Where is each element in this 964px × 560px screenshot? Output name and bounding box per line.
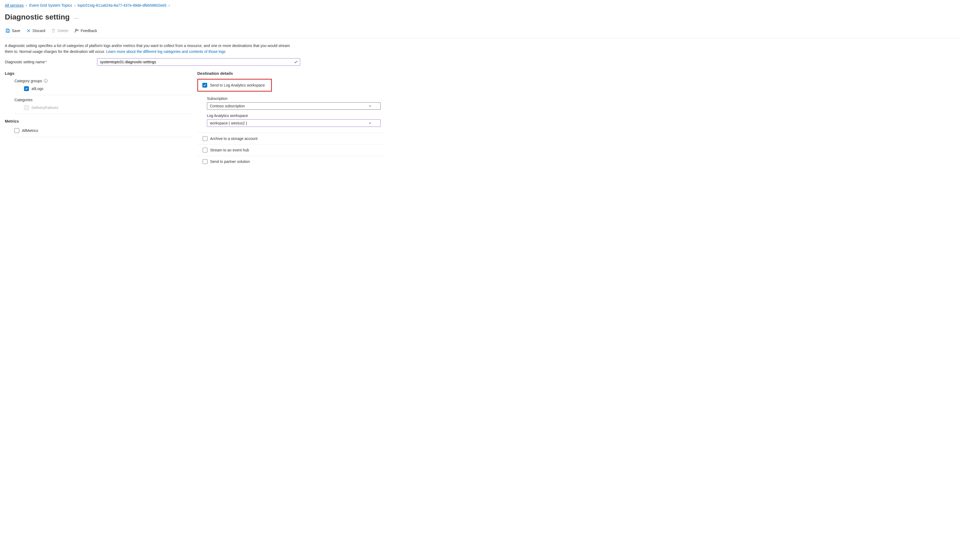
save-label: Save (12, 29, 20, 33)
alllogs-row: allLogs (15, 84, 192, 93)
metrics-section-title: Metrics (5, 119, 192, 123)
setting-name-input[interactable] (97, 58, 300, 66)
send-partner-row: Send to partner solution (197, 156, 384, 167)
send-log-analytics-highlight: Send to Log Analytics workspace (197, 79, 272, 92)
check-icon (294, 60, 298, 64)
setting-name-row: Diagnostic setting name * (5, 58, 304, 66)
allmetrics-checkbox[interactable] (15, 128, 19, 133)
workspace-select[interactable]: workspace ( westus2 ) (207, 119, 381, 127)
breadcrumb-topic[interactable]: topic01stg-811a624a-8a77-437e-89de-dfeb5… (78, 3, 166, 8)
divider (15, 95, 192, 95)
archive-storage-checkbox[interactable] (203, 136, 207, 141)
breadcrumb: All services › Event Grid System Topics … (5, 3, 959, 10)
deliveryfailures-checkbox (24, 105, 29, 110)
trash-icon (51, 28, 56, 33)
info-icon[interactable]: i (44, 79, 47, 83)
feedback-icon (74, 28, 79, 33)
allmetrics-label: AllMetrics (22, 128, 38, 133)
logs-section-title: Logs (5, 71, 192, 76)
stream-event-hub-row: Stream to an event hub (197, 144, 384, 156)
archive-storage-label: Archive to a storage account (210, 136, 257, 141)
more-actions-button[interactable]: … (74, 15, 79, 20)
deliveryfailures-label: DeliveryFailures (31, 106, 58, 110)
discard-label: Discard (33, 29, 45, 33)
category-groups-label-text: Category groups (15, 79, 42, 83)
deliveryfailures-row: DeliveryFailures (15, 104, 192, 112)
setting-name-label-text: Diagnostic setting name (5, 60, 45, 64)
save-button[interactable]: Save (5, 27, 21, 34)
delete-label: Delete (57, 29, 68, 33)
alllogs-label: allLogs (31, 86, 43, 91)
required-indicator: * (45, 60, 47, 64)
send-log-analytics-label: Send to Log Analytics workspace (210, 83, 265, 87)
log-analytics-config: Subscription Contoso subscription Log An… (197, 96, 384, 133)
workspace-value: workspace ( westus2 ) (210, 121, 247, 125)
archive-storage-row: Archive to a storage account (197, 133, 384, 144)
send-log-analytics-checkbox[interactable] (202, 83, 207, 88)
chevron-right-icon: › (169, 3, 170, 8)
breadcrumb-system-topics[interactable]: Event Grid System Topics (29, 3, 72, 8)
setting-name-label: Diagnostic setting name * (5, 60, 97, 64)
delete-button: Delete (50, 27, 69, 34)
toolbar: Save Discard Delete Feedback (5, 27, 959, 38)
stream-event-hub-checkbox[interactable] (203, 148, 207, 153)
description-text: A diagnostic setting specifies a list of… (5, 43, 299, 55)
feedback-label: Feedback (81, 29, 97, 33)
chevron-down-icon (368, 121, 372, 125)
destination-section-title: Destination details (197, 71, 384, 76)
send-partner-label: Send to partner solution (210, 159, 250, 164)
chevron-right-icon: › (26, 3, 27, 8)
category-groups-label: Category groups i (15, 79, 47, 83)
chevron-down-icon (368, 104, 372, 108)
learn-more-link[interactable]: Learn more about the different log categ… (106, 49, 225, 54)
save-icon (5, 28, 10, 33)
subscription-label: Subscription (207, 96, 228, 101)
breadcrumb-all-services[interactable]: All services (5, 3, 24, 8)
left-column: Logs Category groups i allLogs Categorie… (5, 71, 192, 167)
workspace-label: Log Analytics workspace (207, 114, 248, 118)
stream-event-hub-label: Stream to an event hub (210, 148, 249, 152)
feedback-button[interactable]: Feedback (74, 27, 98, 34)
right-column: Destination details Send to Log Analytic… (197, 71, 384, 167)
categories-label: Categories (15, 98, 33, 102)
subscription-select[interactable]: Contoso subscription (207, 102, 381, 110)
close-icon (26, 28, 31, 33)
svg-point-0 (75, 29, 77, 31)
subscription-value: Contoso subscription (210, 104, 245, 108)
page-title: Diagnostic setting (5, 13, 70, 21)
send-partner-checkbox[interactable] (203, 159, 207, 164)
alllogs-checkbox[interactable] (24, 86, 29, 91)
title-row: Diagnostic setting … (5, 13, 959, 21)
chevron-right-icon: › (74, 3, 76, 8)
allmetrics-row: AllMetrics (5, 127, 192, 135)
discard-button[interactable]: Discard (26, 27, 46, 34)
